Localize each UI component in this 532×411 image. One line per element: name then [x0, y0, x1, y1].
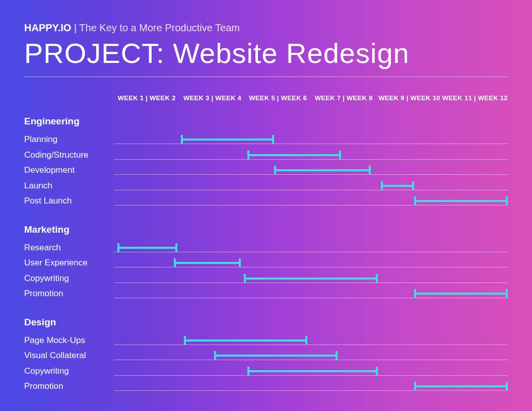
- task-bar: [414, 385, 508, 387]
- task-label: Planning: [24, 132, 114, 148]
- task-track: [114, 286, 508, 302]
- task-track: [114, 348, 508, 364]
- task-label: Research: [24, 240, 114, 256]
- task-label: Copywriting: [24, 364, 114, 379]
- page-title: PROJECT: Website Redesign: [24, 37, 508, 70]
- task-label: Development: [24, 163, 114, 178]
- task-track: [114, 255, 508, 271]
- tagline: | The Key to a More Productive Team: [71, 22, 240, 33]
- task-label: User Experience: [24, 255, 114, 271]
- task-label: Promotion: [24, 379, 114, 394]
- section-title: Marketing: [24, 224, 508, 235]
- section-title: Design: [24, 317, 508, 328]
- task-label: Post Launch: [24, 193, 114, 209]
- task-track: [114, 271, 508, 287]
- task-track: [114, 379, 508, 394]
- task-track: [114, 193, 508, 209]
- task-bar: [274, 169, 371, 171]
- week-header-cell: WEEK 1 | WEEK 2: [114, 94, 179, 102]
- task-bar: [247, 370, 377, 372]
- section-gap: [24, 302, 508, 317]
- task-track: [114, 163, 508, 178]
- task-bar: [381, 185, 414, 187]
- divider: [24, 77, 508, 77]
- task-bar: [244, 278, 377, 280]
- task-bar: [117, 247, 177, 249]
- section-title: Engineering: [24, 116, 508, 127]
- task-bar: [181, 139, 275, 141]
- task-label: Copywriting: [24, 271, 114, 287]
- task-bar: [214, 355, 338, 357]
- gantt-chart: WEEK 1 | WEEK 2WEEK 3 | WEEK 4WEEK 5 | W…: [24, 94, 508, 394]
- task-bar: [184, 339, 307, 341]
- task-label: Launch: [24, 178, 114, 194]
- week-header-cell: WEEK 7 | WEEK 8: [311, 94, 376, 102]
- week-header-cell: WEEK 3 | WEEK 4: [179, 94, 245, 102]
- brand-name: HAPPY.IO: [24, 22, 71, 33]
- section-gap: [24, 209, 508, 224]
- week-header-cell: WEEK 5 | WEEK 6: [245, 94, 311, 102]
- week-header-cell: WEEK 9 | WEEK 10: [376, 94, 442, 102]
- header-line: HAPPY.IO | The Key to a More Productive …: [24, 22, 508, 34]
- task-track: [114, 178, 508, 194]
- task-track: [114, 132, 508, 148]
- task-track: [114, 240, 508, 256]
- task-label: Promotion: [24, 286, 114, 302]
- task-label: Page Mock-Ups: [24, 333, 114, 349]
- task-track: [114, 333, 508, 349]
- task-bar: [174, 262, 241, 264]
- task-bar: [247, 154, 341, 156]
- task-bar: [414, 200, 508, 202]
- task-label: Coding/Structure: [24, 148, 114, 163]
- task-track: [114, 148, 508, 163]
- week-header-cell: WEEK 11 | WEEK 12: [442, 94, 508, 102]
- task-bar: [414, 293, 508, 295]
- week-header: WEEK 1 | WEEK 2WEEK 3 | WEEK 4WEEK 5 | W…: [114, 94, 508, 102]
- task-track: [114, 364, 508, 379]
- task-label: Visual Collateral: [24, 348, 114, 364]
